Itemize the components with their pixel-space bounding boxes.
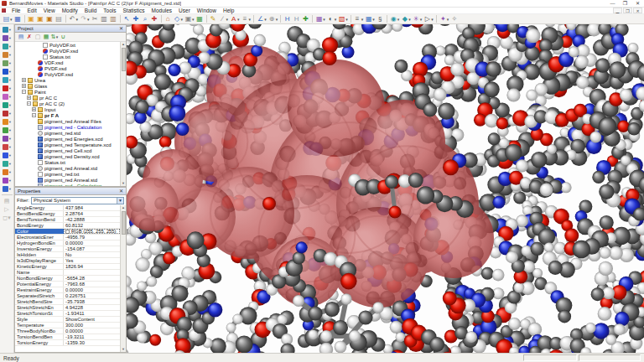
tree-item[interactable]: pigment_red - Calculation: [15, 124, 120, 130]
minimize-button[interactable]: —: [606, 0, 619, 8]
property-row[interactable]: StretchTorsionSt-1.93411: [15, 311, 120, 317]
bond-type-button[interactable]: ≡▾: [241, 14, 252, 23]
tree-item[interactable]: +Input: [15, 106, 120, 112]
scroll-down-icon[interactable]: ▼: [122, 347, 125, 352]
expand-icon[interactable]: +: [27, 96, 31, 100]
erase-button[interactable]: ∕▾: [218, 14, 230, 23]
property-row[interactable]: ElectrostaticEner-4956.79: [15, 235, 120, 240]
module-discover[interactable]: ▾: [3, 59, 11, 67]
property-row[interactable]: BendBendEnergy2.28764: [15, 211, 120, 217]
tree-item[interactable]: Status.txt: [15, 54, 120, 59]
adjust-hydrogen-button[interactable]: H: [292, 14, 301, 23]
collapse-icon[interactable]: −: [32, 113, 36, 117]
module-synthia[interactable]: ▾: [3, 151, 11, 159]
collapse-icon[interactable]: −: [22, 90, 26, 94]
symmetry-button[interactable]: ▦▾: [314, 14, 326, 23]
module-blends[interactable]: ▾: [3, 34, 11, 42]
reset-view-button[interactable]: ⌂: [164, 14, 173, 23]
collapse-icon[interactable]: −: [27, 101, 31, 106]
label-button[interactable]: ≡▾: [353, 14, 365, 23]
module-amorphous-cell[interactable]: ▾: [3, 25, 11, 34]
script-button[interactable]: §: [376, 14, 385, 23]
menu-user[interactable]: User: [175, 8, 194, 14]
property-row[interactable]: TorsionEnergy-1359.30: [15, 340, 120, 346]
animation-button[interactable]: ▷▾: [423, 14, 434, 23]
module-conformers[interactable]: ▾: [3, 50, 11, 59]
expand-all-button[interactable]: ▦: [42, 33, 50, 41]
expand-icon[interactable]: +: [22, 84, 26, 88]
project-close-icon[interactable]: ✕: [119, 25, 123, 33]
menu-file[interactable]: File: [8, 8, 23, 14]
property-row[interactable]: StyleShowContent: [15, 317, 120, 323]
property-row[interactable]: ColorRGB (255, 255, 255): [15, 229, 120, 235]
expand-icon[interactable]: +: [22, 78, 26, 82]
tree-item[interactable]: +pr AC C: [15, 95, 120, 101]
property-row[interactable]: Temperature300.000: [15, 323, 120, 328]
property-row[interactable]: IsHiddenNo: [15, 252, 120, 258]
close-button[interactable]: ✕: [631, 0, 644, 8]
tree-item[interactable]: PolyVDF.xsd: [15, 71, 120, 77]
paste-button[interactable]: ▥: [109, 14, 118, 23]
clean-button[interactable]: ✚: [301, 14, 310, 23]
property-row[interactable]: InversionEnergy-154.087: [15, 246, 120, 252]
tree-item[interactable]: pigment_red.txt: [15, 171, 120, 177]
module-qsar[interactable]: ▾: [3, 176, 11, 184]
tree-item[interactable]: pigment_red Cell.xcd: [15, 147, 120, 153]
sketch-atom-button[interactable]: ✎: [209, 14, 218, 23]
module-sorption[interactable]: ▾: [3, 142, 11, 151]
scroll-down-icon[interactable]: ▼: [122, 181, 125, 186]
property-row[interactable]: AngleEnergy437.984: [15, 205, 120, 211]
zoom-mode-button[interactable]: ⌕: [141, 14, 150, 23]
property-row[interactable]: HydrogenBondEn0.00000: [15, 240, 120, 246]
translate-button[interactable]: ✚: [132, 14, 141, 23]
properties-close-icon[interactable]: ✕: [119, 188, 123, 195]
tree-item[interactable]: +Glass: [15, 83, 120, 89]
open-button[interactable]: ▣: [27, 14, 36, 23]
tools-extra-button[interactable]: ✦▾: [439, 14, 450, 23]
module-reflex[interactable]: ▾: [3, 134, 11, 142]
menu-edit[interactable]: Edit: [23, 8, 39, 14]
cut-button[interactable]: ✂: [91, 14, 100, 23]
save-button[interactable]: ▦: [13, 14, 23, 23]
add-hydrogen-button[interactable]: H: [283, 14, 292, 23]
import-button[interactable]: ▣: [36, 14, 45, 23]
volumes-button[interactable]: ◉▾: [389, 14, 401, 23]
property-row[interactable]: TorsionBendBen-19.3211: [15, 334, 120, 340]
tree-item[interactable]: Status.txt: [15, 159, 120, 165]
scroll-up-icon[interactable]: ▲: [122, 205, 125, 210]
tree-item[interactable]: VDF.xsd: [15, 59, 120, 65]
menu-build[interactable]: Build: [81, 8, 100, 14]
isosurface-button[interactable]: ◆▾: [400, 14, 412, 23]
chevron-down-icon[interactable]: ▼: [117, 198, 123, 204]
child-restore-button[interactable]: ❐: [623, 8, 632, 13]
sort-items-button[interactable]: ⇅▾: [50, 33, 59, 41]
expand-icon[interactable]: +: [32, 107, 36, 111]
menu-modules[interactable]: Modules: [148, 8, 176, 14]
module-onetep[interactable]: ▾: [3, 184, 11, 193]
new-item-button[interactable]: ▤: [17, 33, 25, 41]
module-forcite[interactable]: ▾: [3, 75, 11, 84]
module-dmol3[interactable]: ▾: [3, 67, 11, 75]
tree-item[interactable]: pigment_red Anneal.xtd: [15, 165, 120, 171]
adjust-button[interactable]: ⊕▾: [267, 14, 279, 23]
menu-help[interactable]: Help: [220, 8, 237, 14]
checkbox-icon[interactable]: [65, 230, 70, 234]
tree-item[interactable]: −pr F A: [15, 112, 120, 118]
module-gaussian[interactable]: ▾: [3, 109, 11, 117]
child-minimize-button[interactable]: ▁: [613, 8, 622, 13]
property-row[interactable]: Name: [15, 270, 120, 276]
module-xcell[interactable]: ▾: [3, 168, 11, 176]
tree-item[interactable]: pigment_red Energies.xcd: [15, 136, 120, 142]
module-morphology[interactable]: ▾: [3, 117, 11, 126]
tree-item[interactable]: PolyVDF.xsd: [15, 48, 120, 54]
scrollbar-thumb[interactable]: [122, 211, 126, 235]
child-close-button[interactable]: ✕: [633, 8, 642, 13]
export-button[interactable]: ▣: [45, 14, 55, 23]
property-row[interactable]: StretchBendStre-35.7938: [15, 299, 120, 305]
module-castep[interactable]: ▾: [3, 42, 11, 50]
property-row[interactable]: StretchStretchEn4.94228: [15, 305, 120, 311]
3d-viewport[interactable]: [127, 24, 644, 353]
properties-scrollbar[interactable]: ▲ ▼: [120, 205, 126, 352]
measure-button[interactable]: ∠▾: [256, 14, 267, 23]
tree-item[interactable]: pigment_red Anneal.std: [15, 177, 120, 183]
